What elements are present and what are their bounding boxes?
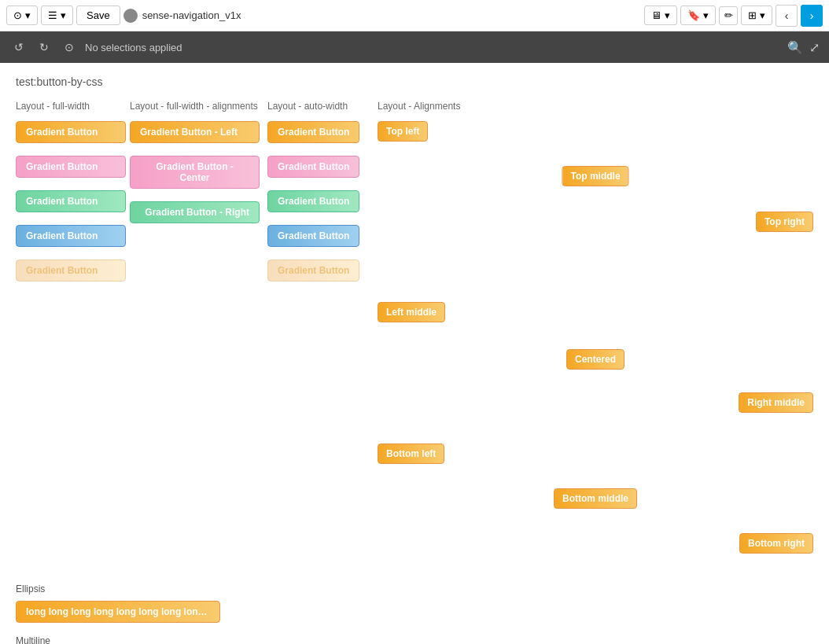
align-top-right: Top right: [756, 212, 813, 232]
col4-header: Layout - Alignments: [378, 101, 813, 112]
col-auto-width: Layout - auto-width Gradient Button Grad…: [267, 101, 370, 294]
grid-button[interactable]: ⊞ ▾: [741, 6, 772, 25]
ellipsis-button[interactable]: long long long long long long long long …: [16, 601, 220, 623]
row3-col3: Gradient Button: [267, 190, 370, 212]
right-middle-button[interactable]: Right middle: [739, 392, 813, 413]
gradient-btn-blue-1[interactable]: Gradient Button: [16, 225, 126, 247]
home-icon: ⊙: [13, 9, 22, 21]
gradient-btn-green-1[interactable]: Gradient Button: [16, 190, 126, 212]
list-icon: ☰: [48, 9, 57, 21]
ellipsis-section: Ellipsis long long long long long long l…: [16, 583, 813, 623]
top-toolbar: ⊙ ▾ ☰ ▾ Save sense-navigation_v1x 🖥 ▾ 🔖 …: [0, 0, 829, 31]
top-right-button[interactable]: Top right: [756, 212, 813, 232]
gradient-btn-center[interactable]: Gradient Button - Center: [130, 156, 260, 189]
align-area: Top left Top middle Top right Left middl…: [378, 121, 813, 577]
align-right-middle: Right middle: [739, 392, 813, 413]
bookmark-button[interactable]: 🔖 ▾: [680, 6, 716, 25]
multiline-label: Multiline: [16, 635, 813, 644]
expand-icon[interactable]: ⤢: [809, 40, 820, 55]
align-top-left: Top left: [378, 121, 428, 142]
top-middle-button[interactable]: Top middle: [562, 166, 628, 186]
row4-col1: Gradient Button: [16, 225, 126, 247]
gradient-btn-pink-1[interactable]: Gradient Button: [16, 156, 126, 178]
selection-bar: ↺ ↻ ⊙ No selections applied 🔍 ⤢: [0, 31, 829, 63]
row5-col1: Gradient Button: [16, 259, 126, 282]
app-name: sense-navigation_v1x: [123, 9, 241, 23]
top-left-button[interactable]: Top left: [378, 121, 428, 142]
row2-col1: Gradient Button: [16, 156, 126, 178]
toolbar-left: ⊙ ▾ ☰ ▾ Save sense-navigation_v1x: [6, 6, 241, 25]
centered-button[interactable]: Centered: [566, 349, 625, 370]
row1-col2: Gradient Button - Left: [130, 121, 260, 143]
bottom-right-button[interactable]: Bottom right: [739, 533, 813, 554]
selection-text: No selections applied: [85, 42, 182, 53]
ellipsis-label: Ellipsis: [16, 583, 813, 594]
main-content: test:button-by-css Layout - full-width G…: [0, 63, 829, 644]
home-button[interactable]: ⊙ ▾: [6, 6, 38, 25]
selection-bar-left: ↺ ↻ ⊙ No selections applied: [9, 38, 182, 57]
columns-area: Layout - full-width Gradient Button Grad…: [16, 101, 813, 577]
row4-col3: Gradient Button: [267, 225, 370, 247]
row3-col1: Gradient Button: [16, 190, 126, 212]
bookmark-icon: 🔖: [687, 9, 700, 21]
col2-header: Layout - full-width - alignments: [130, 101, 260, 112]
row3-col2: Gradient Button - Right: [130, 201, 260, 223]
edit-button[interactable]: ✏: [719, 6, 738, 25]
col-full-width: Layout - full-width Gradient Button Grad…: [16, 101, 126, 294]
auto-btn-pink[interactable]: Gradient Button: [267, 156, 359, 178]
align-bottom-left: Bottom left: [378, 443, 444, 464]
auto-btn-faded[interactable]: Gradient Button: [267, 259, 359, 282]
col1-header: Layout - full-width: [16, 101, 126, 112]
save-button[interactable]: Save: [76, 6, 120, 25]
page-title: test:button-by-css: [16, 75, 813, 88]
search-icon[interactable]: 🔍: [787, 40, 803, 55]
col-full-width-align: Layout - full-width - alignments Gradien…: [130, 101, 260, 236]
gradient-btn-faded-1[interactable]: Gradient Button: [16, 259, 126, 282]
app-icon: [123, 9, 138, 23]
back-arrow[interactable]: ‹: [776, 5, 798, 27]
align-centered: Centered: [566, 349, 625, 370]
device-button[interactable]: 🖥 ▾: [644, 6, 677, 25]
pencil-icon: ✏: [724, 9, 733, 21]
auto-btn-green[interactable]: Gradient Button: [267, 190, 359, 212]
align-bottom-right: Bottom right: [739, 533, 813, 554]
grid-chevron: ▾: [760, 9, 765, 21]
col3-header: Layout - auto-width: [267, 101, 370, 112]
gradient-btn-orange-1[interactable]: Gradient Button: [16, 121, 126, 143]
align-left-middle: Left middle: [378, 302, 445, 322]
row1-col1: Gradient Button: [16, 121, 126, 143]
row2-col2: Gradient Button - Center: [130, 156, 260, 189]
redo-button[interactable]: ↻: [35, 38, 53, 57]
lasso-button[interactable]: ⊙: [60, 38, 79, 57]
list-button[interactable]: ☰ ▾: [41, 6, 73, 25]
col-alignments: Layout - Alignments Top left Top middle …: [378, 101, 813, 577]
left-middle-button[interactable]: Left middle: [378, 302, 445, 322]
gradient-btn-left[interactable]: Gradient Button - Left: [130, 121, 260, 143]
home-chevron: ▾: [25, 9, 31, 21]
undo-button[interactable]: ↺: [9, 38, 28, 57]
bottom-middle-button[interactable]: Bottom middle: [554, 488, 637, 509]
auto-btn-orange[interactable]: Gradient Button: [267, 121, 359, 143]
row1-col3: Gradient Button: [267, 121, 370, 143]
row2-col3: Gradient Button: [267, 156, 370, 178]
device-chevron: ▾: [665, 9, 670, 21]
bottom-left-button[interactable]: Bottom left: [378, 443, 444, 464]
grid-icon: ⊞: [748, 9, 757, 21]
sel-btn-right: 🔍 ⤢: [787, 40, 820, 55]
app-name-text: sense-navigation_v1x: [142, 9, 241, 21]
device-icon: 🖥: [651, 9, 661, 21]
toolbar-right: 🖥 ▾ 🔖 ▾ ✏ ⊞ ▾ ‹ ›: [644, 5, 823, 27]
align-top-middle: Top middle: [562, 166, 628, 186]
row5-col3: Gradient Button: [267, 259, 370, 282]
auto-btn-blue[interactable]: Gradient Button: [267, 225, 359, 247]
bookmark-chevron: ▾: [703, 9, 709, 21]
align-bottom-middle: Bottom middle: [554, 488, 637, 509]
gradient-btn-right[interactable]: Gradient Button - Right: [130, 201, 260, 223]
list-chevron: ▾: [61, 9, 66, 21]
multiline-section: Multiline long long long long long long …: [16, 635, 813, 644]
forward-arrow[interactable]: ›: [801, 5, 823, 27]
